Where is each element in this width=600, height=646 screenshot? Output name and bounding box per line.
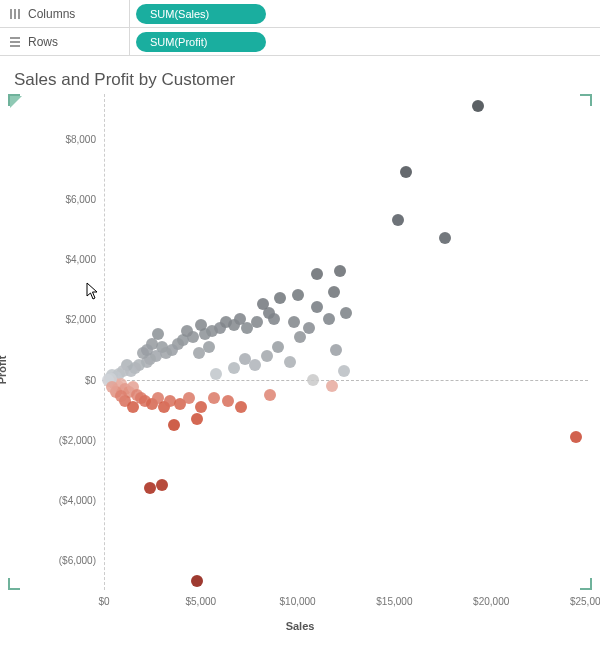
data-point[interactable] (338, 365, 350, 377)
data-point[interactable] (203, 341, 215, 353)
data-point[interactable] (311, 301, 323, 313)
columns-shelf-label-cell: Columns (0, 0, 130, 27)
y-axis-label: Profit (0, 356, 8, 385)
data-point[interactable] (292, 289, 304, 301)
data-point[interactable] (220, 316, 232, 328)
rows-shelf[interactable]: Rows SUM(Profit) (0, 28, 600, 56)
rows-icon (8, 36, 22, 48)
data-point[interactable] (328, 286, 340, 298)
data-point[interactable] (439, 232, 451, 244)
chart-title: Sales and Profit by Customer (14, 70, 592, 90)
data-point[interactable] (195, 319, 207, 331)
data-point[interactable] (326, 380, 338, 392)
data-point[interactable] (168, 419, 180, 431)
data-point[interactable] (208, 392, 220, 404)
data-point[interactable] (330, 344, 342, 356)
rows-shelf-label: Rows (28, 35, 58, 49)
data-point[interactable] (222, 395, 234, 407)
data-point[interactable] (127, 401, 139, 413)
data-point[interactable] (195, 401, 207, 413)
y-tick: ($2,000) (59, 434, 104, 445)
y-tick: $8,000 (65, 134, 104, 145)
data-point[interactable] (274, 292, 286, 304)
data-point[interactable] (284, 356, 296, 368)
data-point[interactable] (340, 307, 352, 319)
data-point[interactable] (311, 268, 323, 280)
zero-line (102, 380, 588, 381)
data-point[interactable] (400, 166, 412, 178)
data-point[interactable] (334, 265, 346, 277)
data-point[interactable] (115, 390, 127, 402)
data-point[interactable] (235, 401, 247, 413)
columns-shelf[interactable]: Columns SUM(Sales) (0, 0, 600, 28)
corner-mark-tl (8, 94, 20, 106)
data-point[interactable] (261, 350, 273, 362)
data-point[interactable] (272, 341, 284, 353)
y-tick: $2,000 (65, 314, 104, 325)
rows-shelf-label-cell: Rows (0, 28, 130, 55)
rows-pill-sum-profit[interactable]: SUM(Profit) (136, 32, 266, 52)
data-point[interactable] (210, 368, 222, 380)
x-tick: $15,000 (376, 590, 412, 607)
columns-shelf-dropzone[interactable]: SUM(Sales) (130, 4, 600, 24)
y-axis-line (104, 94, 105, 590)
x-axis-label: Sales (286, 620, 315, 632)
data-point[interactable] (144, 482, 156, 494)
y-tick: ($6,000) (59, 554, 104, 565)
viz-area: Sales and Profit by Customer Profit Sale… (0, 56, 600, 638)
data-point[interactable] (268, 313, 280, 325)
x-tick: $10,000 (280, 590, 316, 607)
data-point[interactable] (249, 359, 261, 371)
rows-shelf-dropzone[interactable]: SUM(Profit) (130, 32, 600, 52)
data-point[interactable] (294, 331, 306, 343)
y-tick: $6,000 (65, 194, 104, 205)
data-point[interactable] (288, 316, 300, 328)
x-tick: $0 (98, 590, 109, 607)
y-tick: ($4,000) (59, 494, 104, 505)
x-tick: $25,000 (570, 590, 600, 607)
columns-icon (8, 8, 22, 20)
data-point[interactable] (570, 431, 582, 443)
corner-mark-bl (8, 578, 20, 590)
data-point[interactable] (181, 325, 193, 337)
data-point[interactable] (156, 479, 168, 491)
data-point[interactable] (323, 313, 335, 325)
scatter-plot[interactable]: $8,000$6,000$4,000$2,000$0($2,000)($4,00… (104, 94, 588, 590)
columns-pill-sum-sales[interactable]: SUM(Sales) (136, 4, 266, 24)
data-point[interactable] (392, 214, 404, 226)
data-point[interactable] (264, 389, 276, 401)
plot-wrap: Profit Sales $8,000$6,000$4,000$2,000$0(… (8, 94, 592, 634)
data-point[interactable] (141, 344, 153, 356)
cursor-icon (86, 282, 102, 305)
data-point[interactable] (191, 575, 203, 587)
data-point[interactable] (241, 322, 253, 334)
data-point[interactable] (307, 374, 319, 386)
x-tick: $20,000 (473, 590, 509, 607)
y-tick: $4,000 (65, 254, 104, 265)
data-point[interactable] (228, 362, 240, 374)
data-point[interactable] (472, 100, 484, 112)
data-point[interactable] (191, 413, 203, 425)
columns-shelf-label: Columns (28, 7, 75, 21)
data-point[interactable] (303, 322, 315, 334)
data-point[interactable] (183, 392, 195, 404)
x-tick: $5,000 (186, 590, 217, 607)
